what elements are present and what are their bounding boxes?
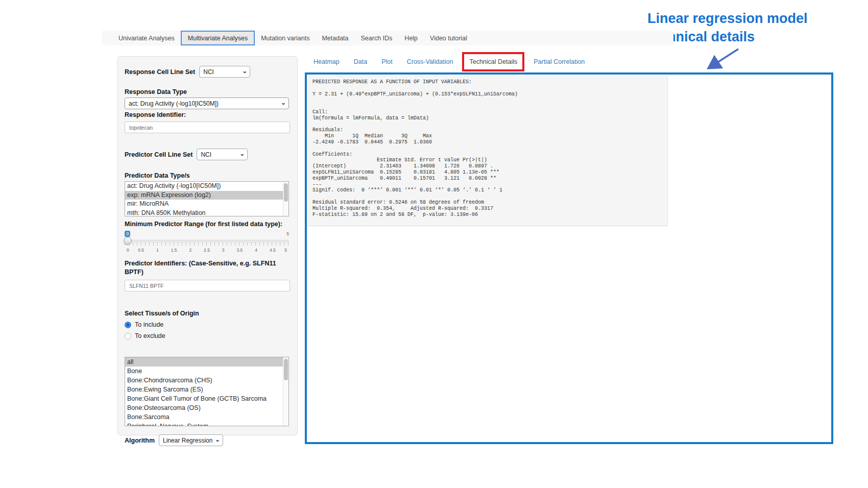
tissue-origin-listbox: all Bone Bone:Chondrosarcoma (CHS) Bone:…	[125, 357, 289, 426]
list-item[interactable]: all	[125, 357, 288, 367]
annotation-arrow-icon	[698, 45, 747, 75]
radio-to-include[interactable]: To include	[125, 321, 290, 328]
annotation-text: Linear regression model technical detail…	[647, 9, 862, 46]
annotation-line1: Linear regression model	[647, 9, 862, 28]
algorithm-label: Algorithm	[125, 437, 155, 444]
result-tabs: Heatmap Data Plot Cross-Validation Techn…	[306, 51, 592, 72]
list-item[interactable]: mth: DNA 850K Methylation	[125, 209, 288, 217]
predictor-data-types-label: Predictor Data Type/s	[125, 172, 290, 179]
list-item[interactable]: Bone:Sarcoma	[125, 412, 288, 422]
response-identifier-input[interactable]	[125, 121, 290, 133]
min-predictor-range-label: Minimum Predictor Range (for first liste…	[125, 220, 293, 229]
top-navbar: Univariate Analyses Multivariate Analyse…	[102, 31, 673, 45]
min-predictor-range-slider[interactable]: 0 5 0 0.5 1 1.5 2 2.5 3 3.5 4 4.5 5	[125, 231, 289, 254]
regression-output-panel: PREDICTED RESPONSE AS A FUNCTION OF INPU…	[307, 75, 668, 226]
algorithm-select[interactable]: Linear Regression ⌄	[159, 434, 223, 446]
response-cell-line-set-label: Response Cell Line Set	[125, 68, 195, 76]
slider-tick-labels: 0 0.5 1 1.5 2 2.5 3 3.5 4 4.5 5	[125, 248, 289, 254]
list-item[interactable]: Peripheral_Nervous_System	[125, 422, 288, 426]
annotation-line2: technical details	[647, 28, 862, 46]
tab-plot[interactable]: Plot	[374, 58, 400, 65]
tab-data[interactable]: Data	[347, 58, 374, 65]
slider-value-bubble: 0	[125, 231, 130, 237]
technical-details-highlight-box: Technical Details	[462, 52, 524, 71]
nav-mutation-variants[interactable]: Mutation variants	[255, 31, 316, 45]
tissue-origin-label: Select Tissue/s of Origin	[125, 310, 290, 317]
nav-metadata[interactable]: Metadata	[316, 31, 354, 45]
list-item[interactable]: act: Drug Activity (-log10[IC50M])	[125, 182, 288, 191]
regression-output-text: PREDICTED RESPONSE AS A FUNCTION OF INPU…	[312, 79, 662, 217]
predictor-cell-line-set-select[interactable]: NCI ⌄	[197, 149, 248, 160]
nav-multivariate-analyses[interactable]: Multivariate Analyses	[181, 31, 255, 45]
scrollbar-thumb[interactable]	[284, 359, 288, 380]
response-identifier-label: Response Identifier:	[125, 111, 290, 118]
response-data-type-label: Response Data Type	[125, 88, 290, 95]
slider-max-label: 5	[286, 231, 289, 236]
predictor-identifiers-label: Predictor Identifiers: (Case-Sensitive, …	[125, 259, 288, 277]
tab-cross-validation[interactable]: Cross-Validation	[400, 58, 461, 65]
list-item[interactable]: Bone	[125, 367, 288, 376]
nav-help[interactable]: Help	[398, 31, 424, 45]
list-item[interactable]: Bone:Chondrosarcoma (CHS)	[125, 376, 288, 385]
slider-grid	[125, 243, 289, 246]
tab-technical-details[interactable]: Technical Details	[469, 58, 517, 65]
radio-to-exclude[interactable]: To exclude	[125, 332, 290, 339]
radio-button-icon[interactable]	[125, 333, 131, 339]
scrollbar[interactable]	[283, 182, 288, 216]
slider-track[interactable]	[125, 240, 289, 242]
list-item[interactable]: exp: mRNA Expression (log2)	[125, 191, 288, 200]
tab-partial-correlation[interactable]: Partial Correlation	[526, 58, 592, 65]
nav-univariate-analyses[interactable]: Univariate Analyses	[112, 31, 181, 45]
response-cell-line-set-select[interactable]: NCI ⌄	[199, 66, 250, 78]
tab-heatmap[interactable]: Heatmap	[306, 58, 347, 65]
scrollbar[interactable]	[283, 357, 288, 426]
nav-search-ids[interactable]: Search IDs	[355, 31, 399, 45]
control-sidebar: Response Cell Line Set NCI ⌄ Response Da…	[117, 56, 298, 435]
scrollbar-thumb[interactable]	[284, 183, 288, 202]
response-data-type-select[interactable]: act: Drug Activity (-log10[IC50M]) ⌄	[125, 97, 289, 109]
predictor-data-types-listbox: act: Drug Activity (-log10[IC50M]) exp: …	[125, 181, 289, 216]
nav-video-tutorial[interactable]: Video tutorial	[424, 31, 473, 45]
list-item[interactable]: Bone:Giant Cell Tumor of Bone (GCTB) Sar…	[125, 394, 288, 403]
list-item[interactable]: mir: MicroRNA	[125, 200, 288, 209]
list-item[interactable]: Bone:Ewing Sarcoma (ES)	[125, 385, 288, 394]
predictor-cell-line-set-label: Predictor Cell Line Set	[125, 151, 192, 158]
radio-button-icon[interactable]	[125, 322, 131, 328]
slider-handle[interactable]	[124, 237, 132, 245]
list-item[interactable]: Bone:Osteosarcoma (OS)	[125, 403, 288, 412]
predictor-identifiers-input[interactable]	[125, 280, 290, 291]
technical-details-panel: PREDICTED RESPONSE AS A FUNCTION OF INPU…	[305, 72, 833, 444]
